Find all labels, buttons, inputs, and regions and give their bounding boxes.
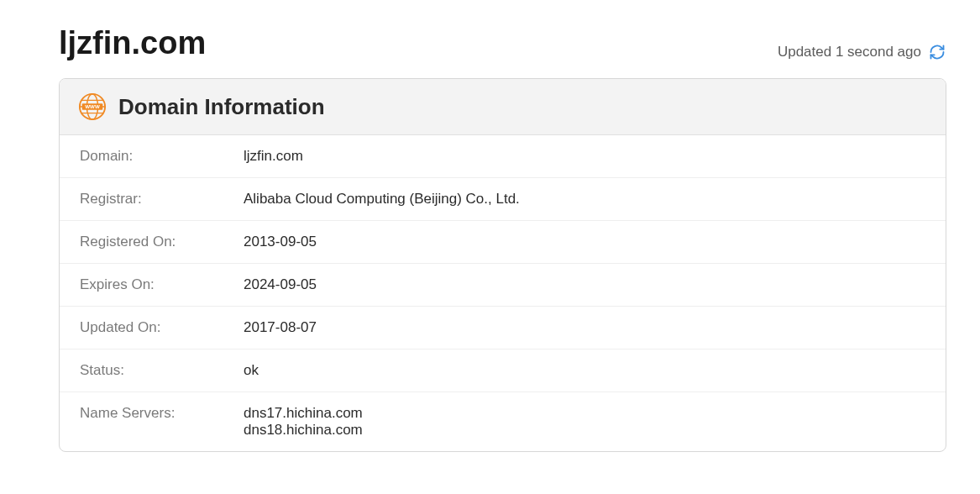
info-table: Domain: ljzfin.com Registrar: Alibaba Cl… <box>60 135 946 451</box>
info-value: ljzfin.com <box>244 148 303 165</box>
info-value: 2017-08-07 <box>244 319 317 336</box>
info-row-updated-on: Updated On: 2017-08-07 <box>60 307 946 349</box>
info-value: ok <box>244 362 259 379</box>
info-label: Name Servers: <box>80 405 244 439</box>
info-value: dns17.hichina.com dns18.hichina.com <box>244 405 363 439</box>
info-row-registrar: Registrar: Alibaba Cloud Computing (Beij… <box>60 178 946 221</box>
domain-info-card: WWW Domain Information Domain: ljzfin.co… <box>59 78 946 452</box>
www-icon: WWW <box>78 92 107 121</box>
card-header: WWW Domain Information <box>60 79 946 135</box>
info-row-status: Status: ok <box>60 349 946 392</box>
page-title: ljzfin.com <box>59 25 206 61</box>
info-label: Expires On: <box>80 276 244 293</box>
info-label: Registrar: <box>80 191 244 208</box>
info-row-name-servers: Name Servers: dns17.hichina.com dns18.hi… <box>60 392 946 451</box>
info-row-expires-on: Expires On: 2024-09-05 <box>60 264 946 307</box>
updated-timestamp: Updated 1 second ago <box>778 44 921 60</box>
info-value: 2024-09-05 <box>244 276 317 293</box>
info-label: Domain: <box>80 148 244 165</box>
svg-text:WWW: WWW <box>85 103 100 109</box>
info-row-domain: Domain: ljzfin.com <box>60 135 946 178</box>
info-row-registered-on: Registered On: 2013-09-05 <box>60 221 946 264</box>
card-title: Domain Information <box>118 94 325 120</box>
info-value: 2013-09-05 <box>244 234 317 250</box>
refresh-icon[interactable] <box>928 43 946 61</box>
info-value: Alibaba Cloud Computing (Beijing) Co., L… <box>244 191 520 208</box>
info-label: Registered On: <box>80 234 244 250</box>
info-label: Updated On: <box>80 319 244 336</box>
info-label: Status: <box>80 362 244 379</box>
updated-wrap: Updated 1 second ago <box>778 43 946 61</box>
